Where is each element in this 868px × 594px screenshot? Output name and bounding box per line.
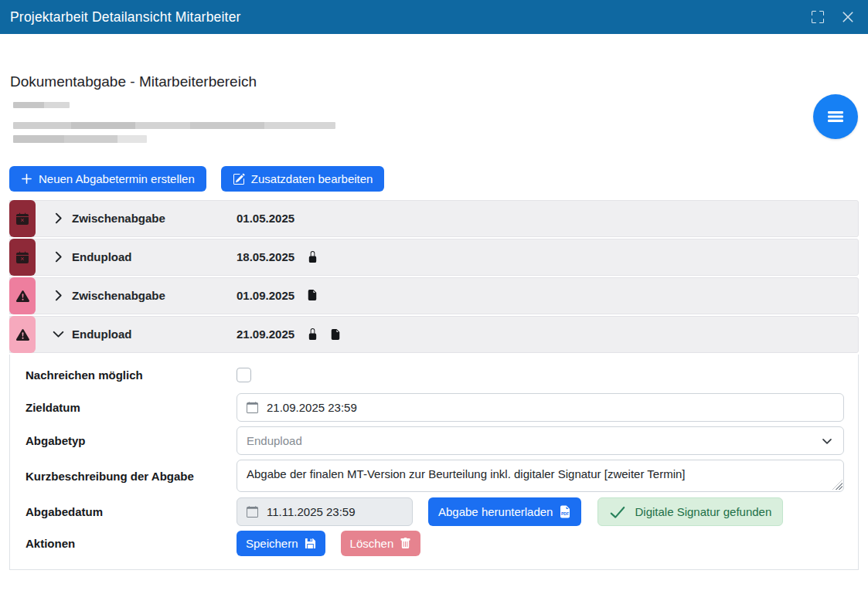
- trash-icon: [400, 538, 411, 549]
- form-row-aktionen: Aktionen Speichern Löschen: [26, 531, 844, 556]
- chevron-right-icon: [52, 212, 65, 225]
- chevron-right-icon: [52, 250, 65, 263]
- toolbar: Neuen Abgabetermin erstellen Zusatzdaten…: [9, 166, 384, 192]
- svg-text:PDF: PDF: [561, 511, 569, 516]
- chevron-down-icon: [52, 328, 65, 341]
- submission-date: 01.09.2025: [237, 289, 294, 302]
- submission-type: Zwischenabgabe: [72, 289, 165, 302]
- kurzbeschreibung-textarea[interactable]: Abgabe der finalen MT-Version zur Beurte…: [237, 460, 844, 492]
- form-row-abgabetyp: Abgabetyp Endupload: [26, 426, 844, 455]
- download-label: Abgabe herunterladen: [438, 505, 553, 518]
- form-row-nachreichen: Nachreichen möglich: [26, 366, 844, 383]
- download-submission-button[interactable]: Abgabe herunterladen PDF: [428, 497, 581, 526]
- file-icon: [330, 328, 341, 341]
- save-icon: [305, 538, 316, 549]
- chevron-right-icon: [52, 289, 65, 302]
- file-icon: [307, 289, 318, 301]
- save-button[interactable]: Speichern: [237, 531, 325, 556]
- aktionen-label: Aktionen: [26, 537, 237, 550]
- warning-triangle-icon: [16, 328, 29, 341]
- pencil-square-icon: [233, 173, 245, 185]
- row-status-strip: [9, 200, 36, 237]
- delete-button[interactable]: Löschen: [341, 531, 421, 556]
- submission-state-icons: [307, 328, 341, 341]
- redacted-text-line: [13, 102, 70, 108]
- edit-additional-data-button[interactable]: Zusatzdaten bearbeiten: [221, 166, 385, 192]
- redacted-text-line: [13, 135, 147, 143]
- zieldatum-input[interactable]: 21.09.2025 23:59: [237, 393, 844, 422]
- create-deadline-button[interactable]: Neuen Abgabetermin erstellen: [9, 166, 206, 192]
- submission-accordion: Zwischenabgabe 01.05.2025 Endupload 18.0…: [9, 200, 859, 570]
- submission-state-icons: [307, 289, 318, 301]
- calendar-icon: [247, 402, 258, 413]
- calendar-icon: [247, 506, 258, 518]
- signature-status-badge: Digitale Signatur gefunden: [597, 497, 783, 526]
- create-deadline-label: Neuen Abgabetermin erstellen: [39, 172, 195, 185]
- signature-badge-label: Digitale Signatur gefunden: [635, 505, 771, 518]
- fullscreen-button[interactable]: [810, 9, 825, 25]
- check-icon: [609, 504, 626, 520]
- close-button[interactable]: [840, 9, 856, 25]
- zieldatum-value: 21.09.2025 23:59: [267, 401, 357, 414]
- form-row-abgabedatum: Abgabedatum 11.11.2025 23:59 Abgabe heru…: [26, 497, 844, 526]
- submission-row-expanded[interactable]: Endupload 21.09.2025: [9, 316, 859, 353]
- warning-triangle-icon: [16, 290, 29, 303]
- file-pdf-icon: PDF: [559, 505, 571, 518]
- abgabedatum-input-disabled: 11.11.2025 23:59: [237, 497, 413, 526]
- plus-icon: [21, 173, 32, 185]
- abgabetyp-label: Abgabetyp: [26, 434, 237, 447]
- abgabetyp-selected-value: Endupload: [247, 434, 302, 447]
- close-icon: [841, 10, 855, 24]
- delete-label: Löschen: [350, 537, 394, 550]
- edit-additional-data-label: Zusatzdaten bearbeiten: [251, 172, 373, 185]
- nachreichen-checkbox[interactable]: [237, 368, 251, 382]
- save-label: Speichern: [246, 537, 298, 550]
- fullscreen-icon: [812, 11, 824, 23]
- form-row-kurzbeschreibung: Kurzbeschreibung der Abgabe Abgabe der f…: [26, 460, 844, 492]
- chevron-down-icon: [821, 435, 833, 447]
- nachreichen-label: Nachreichen möglich: [26, 368, 237, 382]
- submission-state-icons: [307, 250, 318, 263]
- page-title: Dokumentabgabe - Mitarbeiterbereich: [10, 73, 257, 90]
- abgabetyp-select[interactable]: Endupload: [237, 426, 844, 455]
- submission-type: Zwischenabgabe: [72, 212, 165, 225]
- calendar-x-icon: [16, 251, 29, 263]
- submission-date: 01.05.2025: [237, 212, 294, 225]
- row-status-strip: [9, 277, 36, 314]
- abgabedatum-label: Abgabedatum: [26, 505, 237, 518]
- row-status-strip: [9, 239, 36, 276]
- kurzbeschreibung-wrap: Abgabe der finalen MT-Version zur Beurte…: [237, 460, 844, 492]
- submission-date: 21.09.2025: [237, 328, 294, 341]
- window-titlebar: Projektarbeit Detailansicht Mitarbeiter: [0, 0, 868, 34]
- submission-detail-panel: Nachreichen möglich Zieldatum 21.09.2025…: [9, 355, 859, 570]
- submission-row[interactable]: Zwischenabgabe 01.05.2025: [9, 200, 859, 237]
- form-row-zieldatum: Zieldatum 21.09.2025 23:59: [26, 393, 844, 422]
- lock-icon: [307, 328, 318, 341]
- redacted-text-line: [13, 122, 335, 129]
- row-status-strip: [9, 316, 36, 353]
- lock-icon: [307, 250, 318, 263]
- titlebar-actions: [810, 9, 856, 25]
- calendar-x-icon: [16, 212, 29, 225]
- menu-fab-button[interactable]: [813, 94, 858, 139]
- kurzbeschreibung-label: Kurzbeschreibung der Abgabe: [26, 470, 237, 483]
- abgabedatum-value: 11.11.2025 23:59: [267, 505, 356, 518]
- window-title: Projektarbeit Detailansicht Mitarbeiter: [10, 9, 241, 25]
- submission-row[interactable]: Zwischenabgabe 01.09.2025: [9, 277, 859, 314]
- submission-type: Endupload: [72, 328, 132, 341]
- hamburger-icon: [827, 110, 844, 124]
- submission-row[interactable]: Endupload 18.05.2025: [9, 239, 859, 276]
- submission-date: 18.05.2025: [237, 250, 294, 263]
- zieldatum-label: Zieldatum: [26, 401, 237, 414]
- submission-type: Endupload: [72, 250, 132, 263]
